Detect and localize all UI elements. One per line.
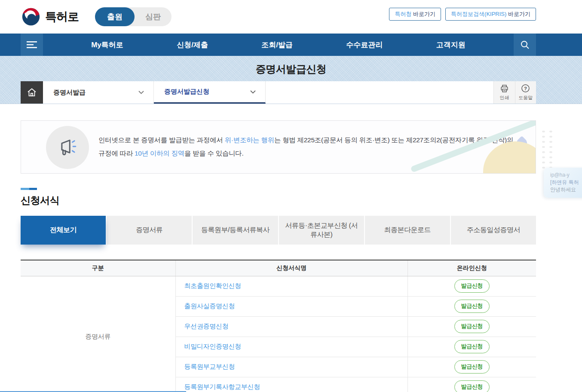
global-nav-inner: My특허로 신청/제출 조회/발급 수수료관리 고객지원 [21, 34, 536, 56]
svg-text:?: ? [524, 86, 527, 91]
issue-request-button[interactable]: 발급신청 [454, 300, 490, 313]
page-banner: 증명서발급신청 증명서발급 증명서발급신청 [0, 56, 582, 104]
chevron-down-icon [138, 91, 144, 94]
toggle-filing-button[interactable]: 출원 [95, 7, 135, 26]
tab-view-all[interactable]: 전체보기 [21, 216, 106, 245]
nav-item-inquiry-issue[interactable]: 조회/발급 [261, 40, 293, 50]
print-button[interactable]: 인쇄 [494, 81, 515, 104]
decor-dots [540, 129, 555, 171]
notice-part1: 인터넷으로 본 증명서를 발급받는 과정에서 [98, 136, 225, 144]
issue-request-button[interactable]: 발급신청 [454, 340, 490, 353]
issue-request-button[interactable]: 발급신청 [454, 380, 490, 392]
breadcrumb-level2-dropdown[interactable]: 증명서발급신청 [154, 81, 266, 104]
notice-icon-circle [46, 126, 89, 169]
issue-request-button[interactable]: 발급신청 [454, 279, 490, 293]
hamburger-menu-button[interactable] [21, 34, 43, 56]
application-forms-table: 구분 신청서식명 온라인신청 증명서류 최초출원인확인신청 발급신청 출원사실증… [21, 260, 536, 392]
toggle-trial-button[interactable]: 심판 [135, 7, 172, 26]
notice-part4: 규정에 따라 [98, 150, 135, 157]
form-link[interactable]: 등록원부기록사항교부신청 [184, 383, 260, 390]
chevron-down-icon [250, 90, 256, 94]
help-label: 도움말 [518, 95, 533, 101]
form-link[interactable]: 등록원부교부신청 [184, 363, 235, 370]
header-online-apply: 온라인신청 [407, 260, 536, 276]
kipo-shortcut-highlight: 특허청 [395, 11, 411, 17]
top-header: 특허로 출원 심판 특허청 바로가기 특허정보검색(KIPRIS) 바로가기 [0, 0, 582, 34]
toast-line2: [하앤유 특허 [550, 179, 582, 186]
breadcrumb: 증명서발급 증명서발급신청 인쇄 ? [21, 81, 536, 104]
kipris-shortcut-button[interactable]: 특허정보검색(KIPRIS) 바로가기 [445, 8, 536, 21]
notice-highlight-forgery: 위·변조하는 행위 [225, 136, 274, 144]
toast-line1: ip@ha-y [550, 172, 582, 179]
main-content: 인터넷으로 본 증명서를 발급받는 과정에서 위·변조하는 행위는 형법 제22… [21, 120, 536, 392]
table-header-row: 구분 신청서식명 온라인신청 [21, 260, 536, 276]
breadcrumb-level2-label: 증명서발급신청 [164, 88, 209, 96]
nav-item-customer-support[interactable]: 고객지원 [436, 40, 466, 50]
nav-item-application-submit[interactable]: 신청/제출 [177, 40, 208, 50]
hamburger-icon [27, 41, 37, 49]
print-label: 인쇄 [499, 95, 509, 101]
printer-icon [499, 84, 509, 93]
government-emblem-icon[interactable] [21, 6, 41, 27]
kipo-shortcut-button[interactable]: 특허청 바로가기 [389, 8, 441, 21]
breadcrumb-level1-label: 증명서발급 [53, 89, 86, 97]
page-tools: 인쇄 ? 도움말 [493, 81, 536, 104]
nav-item-my-patent[interactable]: My특허로 [91, 40, 123, 50]
form-link[interactable]: 출원사실증명신청 [184, 302, 235, 309]
home-button[interactable] [21, 81, 43, 104]
global-nav: My특허로 신청/제출 조회/발급 수수료관리 고객지원 [0, 34, 582, 56]
form-link[interactable]: 비밀디자인증명신청 [184, 343, 241, 350]
toast-line3: 안녕하세요 [550, 186, 582, 193]
notification-toast[interactable]: ip@ha-y [하앤유 특허 안녕하세요 [544, 168, 582, 198]
tab-certificates[interactable]: 증명서류 [107, 216, 192, 245]
page: 특허로 출원 심판 특허청 바로가기 특허정보검색(KIPRIS) 바로가기 M… [0, 0, 582, 392]
page-title: 증명서발급신청 [0, 56, 582, 76]
issue-request-button[interactable]: 발급신청 [454, 320, 490, 333]
section-title: 신청서식 [21, 194, 536, 207]
tab-final-download[interactable]: 최종본다운로드 [365, 216, 450, 245]
notice-highlight-penalty: 10년 이하의 징역 [135, 150, 184, 157]
kipo-shortcut-rest: 바로가기 [411, 11, 435, 17]
site-logo-text[interactable]: 특허로 [45, 9, 79, 24]
home-icon [27, 87, 37, 98]
search-button[interactable] [514, 34, 536, 56]
tab-register-copy[interactable]: 등록원부/등록서류복사 [193, 216, 278, 245]
megaphone-icon [55, 135, 80, 159]
help-button[interactable]: ? 도움말 [515, 81, 536, 104]
header-form-name: 신청서식명 [175, 260, 407, 276]
nav-item-fee-management[interactable]: 수수료관리 [346, 40, 383, 50]
breadcrumb-level1-dropdown[interactable]: 증명서발급 [43, 81, 154, 104]
nav-items: My특허로 신청/제출 조회/발급 수수료관리 고객지원 [43, 34, 514, 56]
breadcrumb-spacer [266, 81, 493, 104]
table-row: 증명서류 최초출원인확인신청 발급신청 [21, 276, 536, 296]
kipris-shortcut-highlight: 특허정보검색(KIPRIS) [451, 11, 506, 17]
issue-request-button[interactable]: 발급신청 [454, 360, 490, 374]
search-icon [520, 40, 530, 50]
header-category: 구분 [21, 260, 175, 276]
tab-address-identity[interactable]: 주소동일성증명서 [451, 216, 536, 245]
notice-part6: 을 받을 수 있습니다. [184, 150, 244, 157]
group-label: 증명서류 [21, 276, 175, 392]
tab-document-copy[interactable]: 서류등·초본교부신청 (서류사본) [279, 216, 364, 245]
help-icon: ? [521, 84, 530, 93]
service-toggle: 출원 심판 [95, 7, 172, 26]
form-link[interactable]: 우선권증명신청 [184, 322, 229, 330]
section-head: 신청서식 [21, 188, 536, 207]
kipris-shortcut-rest: 바로가기 [506, 11, 530, 17]
form-type-tabs: 전체보기 증명서류 등록원부/등록서류복사 서류등·초본교부신청 (서류사본) … [21, 216, 536, 245]
section-dash [21, 188, 37, 190]
quick-links: 특허청 바로가기 특허정보검색(KIPRIS) 바로가기 [389, 8, 536, 21]
legal-notice-box: 인터넷으로 본 증명서를 발급받는 과정에서 위·변조하는 행위는 형법 제22… [21, 120, 536, 174]
form-link[interactable]: 최초출원인확인신청 [184, 282, 241, 289]
